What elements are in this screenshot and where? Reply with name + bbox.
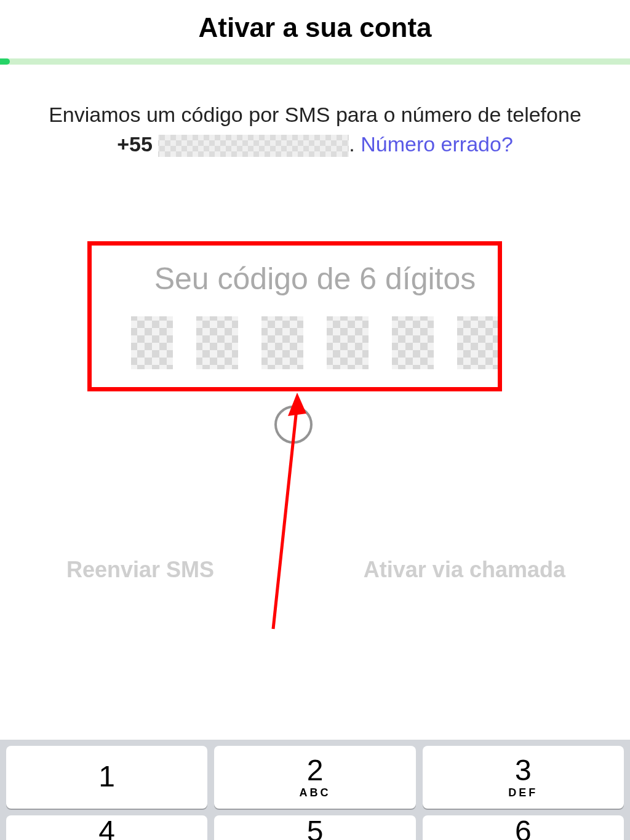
keypad-key-4[interactable]: 4 — [6, 815, 207, 840]
key-digit: 1 — [98, 762, 115, 791]
code-digit-4 — [327, 316, 369, 369]
code-digit-2 — [196, 316, 238, 369]
code-digit-5 — [392, 316, 434, 369]
key-digit: 4 — [98, 817, 115, 840]
message-period: . — [349, 132, 354, 156]
code-digit-3 — [261, 316, 303, 369]
key-digit: 2 — [307, 756, 324, 785]
code-digit-6 — [457, 316, 499, 369]
key-digit: 5 — [307, 817, 324, 840]
key-letters: DEF — [508, 786, 538, 799]
message-line1: Enviamos um código por SMS para o número… — [49, 103, 501, 126]
header: Ativar a sua conta — [0, 0, 630, 58]
key-digit: 6 — [515, 817, 532, 840]
key-digit: 3 — [515, 756, 532, 785]
code-input-label: Seu código de 6 dígitos — [0, 261, 630, 297]
loading-spinner-icon — [274, 406, 313, 444]
keypad-key-3[interactable]: 3 DEF — [423, 746, 624, 809]
message-line2-prefix: telefone — [507, 103, 581, 126]
page-title: Ativar a sua conta — [0, 12, 630, 43]
phone-country-code: +55 — [117, 132, 153, 156]
numeric-keyboard: 1 2 ABC 3 DEF 4 5 6 — [0, 740, 630, 840]
keypad-key-6[interactable]: 6 — [423, 815, 624, 840]
code-digit-1 — [131, 316, 173, 369]
progress-fill — [0, 58, 10, 65]
sms-message: Enviamos um código por SMS para o número… — [0, 65, 630, 159]
activate-call-button[interactable]: Ativar via chamada — [364, 557, 565, 583]
resend-sms-button[interactable]: Reenviar SMS — [66, 557, 214, 583]
wrong-number-link[interactable]: Número errado? — [361, 132, 513, 156]
key-letters: ABC — [299, 786, 330, 799]
code-input[interactable] — [0, 316, 630, 369]
keypad-key-5[interactable]: 5 — [214, 815, 415, 840]
progress-bar — [0, 58, 630, 65]
action-links: Reenviar SMS Ativar via chamada — [0, 557, 630, 583]
phone-number-masked — [158, 135, 349, 157]
keypad-key-1[interactable]: 1 — [6, 746, 207, 809]
keypad-key-2[interactable]: 2 ABC — [214, 746, 415, 809]
